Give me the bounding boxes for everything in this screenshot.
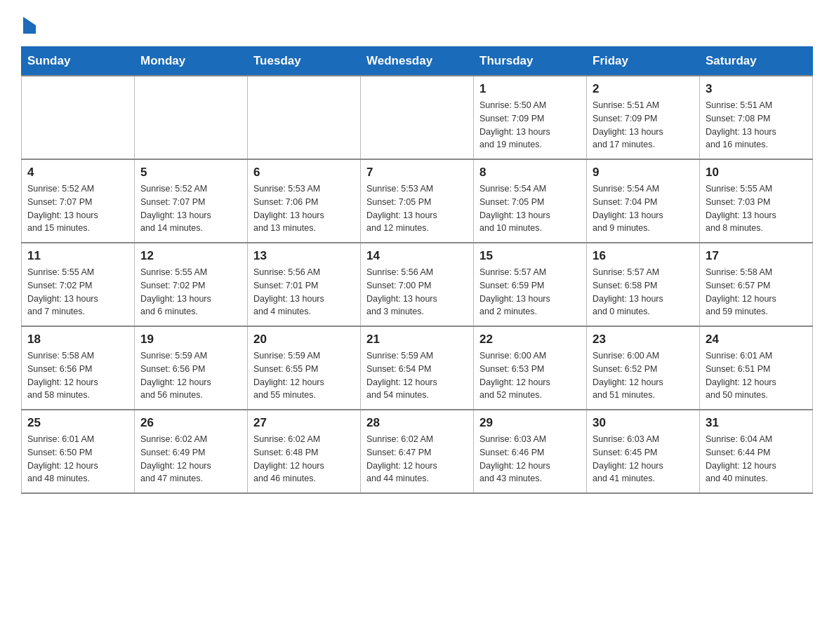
calendar-week-row: 11Sunrise: 5:55 AM Sunset: 7:02 PM Dayli… xyxy=(22,243,813,326)
calendar-cell: 21Sunrise: 5:59 AM Sunset: 6:54 PM Dayli… xyxy=(361,326,474,410)
day-info: Sunrise: 6:01 AM Sunset: 6:51 PM Dayligh… xyxy=(706,349,807,402)
day-info: Sunrise: 5:59 AM Sunset: 6:54 PM Dayligh… xyxy=(366,349,468,402)
calendar-cell: 31Sunrise: 6:04 AM Sunset: 6:44 PM Dayli… xyxy=(700,410,813,493)
calendar-cell: 14Sunrise: 5:56 AM Sunset: 7:00 PM Dayli… xyxy=(361,243,474,326)
calendar-cell: 27Sunrise: 6:02 AM Sunset: 6:48 PM Dayli… xyxy=(248,410,361,493)
day-number: 17 xyxy=(706,249,807,263)
calendar-week-row: 18Sunrise: 5:58 AM Sunset: 6:56 PM Dayli… xyxy=(22,326,813,410)
calendar-cell: 18Sunrise: 5:58 AM Sunset: 6:56 PM Dayli… xyxy=(22,326,135,410)
calendar-cell: 6Sunrise: 5:53 AM Sunset: 7:06 PM Daylig… xyxy=(248,159,361,243)
calendar-cell: 28Sunrise: 6:02 AM Sunset: 6:47 PM Dayli… xyxy=(361,410,474,493)
day-info: Sunrise: 5:53 AM Sunset: 7:06 PM Dayligh… xyxy=(253,182,355,235)
day-number: 16 xyxy=(593,249,694,263)
calendar-week-row: 4Sunrise: 5:52 AM Sunset: 7:07 PM Daylig… xyxy=(22,159,813,243)
calendar-week-row: 1Sunrise: 5:50 AM Sunset: 7:09 PM Daylig… xyxy=(22,76,813,159)
col-header-tuesday: Tuesday xyxy=(248,47,361,76)
calendar-cell: 22Sunrise: 6:00 AM Sunset: 6:53 PM Dayli… xyxy=(474,326,587,410)
day-number: 7 xyxy=(366,166,468,180)
col-header-monday: Monday xyxy=(135,47,248,76)
day-number: 5 xyxy=(140,166,241,180)
calendar-cell: 16Sunrise: 5:57 AM Sunset: 6:58 PM Dayli… xyxy=(587,243,700,326)
calendar-cell: 25Sunrise: 6:01 AM Sunset: 6:50 PM Dayli… xyxy=(22,410,135,493)
day-info: Sunrise: 5:56 AM Sunset: 7:01 PM Dayligh… xyxy=(253,266,355,318)
day-number: 10 xyxy=(706,166,807,180)
day-number: 9 xyxy=(593,166,694,180)
day-info: Sunrise: 5:58 AM Sunset: 6:57 PM Dayligh… xyxy=(706,266,807,318)
day-number: 13 xyxy=(253,249,355,263)
calendar-cell: 15Sunrise: 5:57 AM Sunset: 6:59 PM Dayli… xyxy=(474,243,587,326)
day-info: Sunrise: 6:03 AM Sunset: 6:46 PM Dayligh… xyxy=(479,433,581,485)
day-info: Sunrise: 5:55 AM Sunset: 7:03 PM Dayligh… xyxy=(706,182,807,235)
day-number: 31 xyxy=(706,416,807,430)
day-number: 18 xyxy=(27,333,128,347)
calendar-cell: 5Sunrise: 5:52 AM Sunset: 7:07 PM Daylig… xyxy=(135,159,248,243)
day-info: Sunrise: 5:54 AM Sunset: 7:04 PM Dayligh… xyxy=(593,182,694,235)
day-info: Sunrise: 5:52 AM Sunset: 7:07 PM Dayligh… xyxy=(140,182,241,235)
calendar-cell: 1Sunrise: 5:50 AM Sunset: 7:09 PM Daylig… xyxy=(474,76,587,159)
calendar-cell: 17Sunrise: 5:58 AM Sunset: 6:57 PM Dayli… xyxy=(700,243,813,326)
day-number: 21 xyxy=(366,333,468,347)
day-number: 2 xyxy=(593,82,694,96)
day-number: 23 xyxy=(593,333,694,347)
day-info: Sunrise: 6:03 AM Sunset: 6:45 PM Dayligh… xyxy=(593,433,694,485)
day-number: 6 xyxy=(253,166,355,180)
calendar-cell: 23Sunrise: 6:00 AM Sunset: 6:52 PM Dayli… xyxy=(587,326,700,410)
day-number: 26 xyxy=(140,416,241,430)
day-info: Sunrise: 5:51 AM Sunset: 7:08 PM Dayligh… xyxy=(706,99,807,152)
day-info: Sunrise: 5:59 AM Sunset: 6:56 PM Dayligh… xyxy=(140,349,241,402)
logo-triangle-icon xyxy=(23,17,36,34)
page-header xyxy=(21,14,813,34)
calendar-cell xyxy=(361,76,474,159)
day-number: 15 xyxy=(479,249,581,263)
calendar-cell xyxy=(22,76,135,159)
calendar-cell: 12Sunrise: 5:55 AM Sunset: 7:02 PM Dayli… xyxy=(135,243,248,326)
day-info: Sunrise: 5:55 AM Sunset: 7:02 PM Dayligh… xyxy=(27,266,128,318)
calendar-cell xyxy=(135,76,248,159)
day-info: Sunrise: 5:51 AM Sunset: 7:09 PM Dayligh… xyxy=(593,99,694,152)
calendar-cell: 4Sunrise: 5:52 AM Sunset: 7:07 PM Daylig… xyxy=(22,159,135,243)
day-number: 28 xyxy=(366,416,468,430)
calendar-header-row: SundayMondayTuesdayWednesdayThursdayFrid… xyxy=(22,47,813,76)
day-number: 29 xyxy=(479,416,581,430)
day-info: Sunrise: 6:02 AM Sunset: 6:49 PM Dayligh… xyxy=(140,433,241,485)
day-number: 25 xyxy=(27,416,128,430)
day-number: 20 xyxy=(253,333,355,347)
day-number: 19 xyxy=(140,333,241,347)
day-info: Sunrise: 6:02 AM Sunset: 6:47 PM Dayligh… xyxy=(366,433,468,485)
logo xyxy=(21,14,36,34)
day-info: Sunrise: 5:55 AM Sunset: 7:02 PM Dayligh… xyxy=(140,266,241,318)
col-header-sunday: Sunday xyxy=(22,47,135,76)
calendar-cell: 7Sunrise: 5:53 AM Sunset: 7:05 PM Daylig… xyxy=(361,159,474,243)
calendar-cell: 8Sunrise: 5:54 AM Sunset: 7:05 PM Daylig… xyxy=(474,159,587,243)
day-info: Sunrise: 5:57 AM Sunset: 6:58 PM Dayligh… xyxy=(593,266,694,318)
calendar-cell: 26Sunrise: 6:02 AM Sunset: 6:49 PM Dayli… xyxy=(135,410,248,493)
day-info: Sunrise: 5:52 AM Sunset: 7:07 PM Dayligh… xyxy=(27,182,128,235)
calendar-cell: 19Sunrise: 5:59 AM Sunset: 6:56 PM Dayli… xyxy=(135,326,248,410)
day-number: 11 xyxy=(27,249,128,263)
day-number: 3 xyxy=(706,82,807,96)
calendar-cell: 2Sunrise: 5:51 AM Sunset: 7:09 PM Daylig… xyxy=(587,76,700,159)
calendar-cell: 10Sunrise: 5:55 AM Sunset: 7:03 PM Dayli… xyxy=(700,159,813,243)
day-info: Sunrise: 5:56 AM Sunset: 7:00 PM Dayligh… xyxy=(366,266,468,318)
day-number: 8 xyxy=(479,166,581,180)
day-info: Sunrise: 6:04 AM Sunset: 6:44 PM Dayligh… xyxy=(706,433,807,485)
col-header-friday: Friday xyxy=(587,47,700,76)
day-info: Sunrise: 5:54 AM Sunset: 7:05 PM Dayligh… xyxy=(479,182,581,235)
calendar-cell: 11Sunrise: 5:55 AM Sunset: 7:02 PM Dayli… xyxy=(22,243,135,326)
day-number: 27 xyxy=(253,416,355,430)
day-number: 30 xyxy=(593,416,694,430)
col-header-wednesday: Wednesday xyxy=(361,47,474,76)
col-header-saturday: Saturday xyxy=(700,47,813,76)
day-number: 24 xyxy=(706,333,807,347)
day-info: Sunrise: 6:00 AM Sunset: 6:53 PM Dayligh… xyxy=(479,349,581,402)
day-number: 22 xyxy=(479,333,581,347)
calendar-cell: 3Sunrise: 5:51 AM Sunset: 7:08 PM Daylig… xyxy=(700,76,813,159)
calendar-table: SundayMondayTuesdayWednesdayThursdayFrid… xyxy=(21,46,813,494)
day-number: 4 xyxy=(27,166,128,180)
calendar-cell: 13Sunrise: 5:56 AM Sunset: 7:01 PM Dayli… xyxy=(248,243,361,326)
calendar-cell xyxy=(248,76,361,159)
calendar-cell: 30Sunrise: 6:03 AM Sunset: 6:45 PM Dayli… xyxy=(587,410,700,493)
day-info: Sunrise: 5:57 AM Sunset: 6:59 PM Dayligh… xyxy=(479,266,581,318)
calendar-cell: 9Sunrise: 5:54 AM Sunset: 7:04 PM Daylig… xyxy=(587,159,700,243)
day-number: 1 xyxy=(479,82,581,96)
